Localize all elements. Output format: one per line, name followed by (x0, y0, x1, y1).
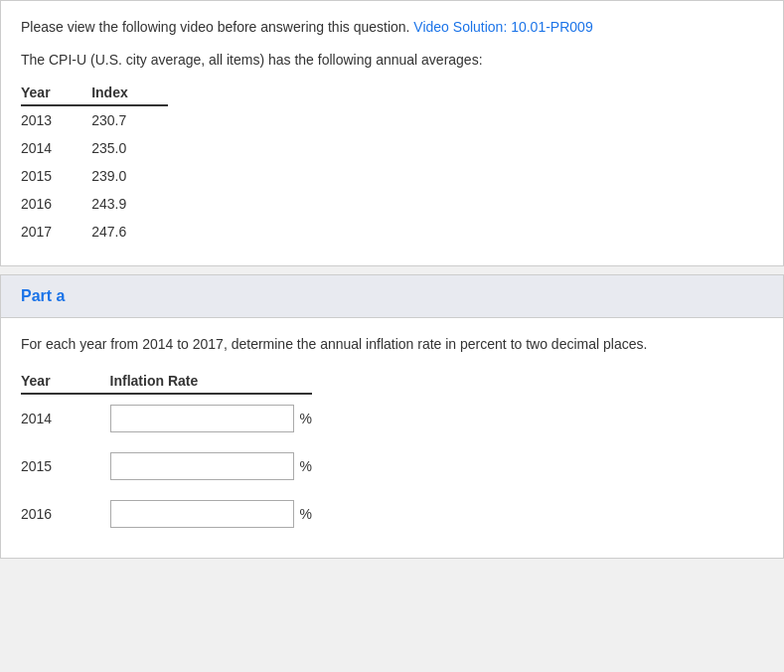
cpi-table-row: 2014235.0 (21, 134, 168, 162)
cpi-year-cell: 2015 (21, 162, 91, 190)
inflation-input-2016[interactable] (110, 500, 294, 528)
cpi-table-row: 2013230.7 (21, 105, 168, 134)
answer-table-row: 2016% (21, 490, 312, 538)
part-a-instruction: For each year from 2014 to 2017, determi… (21, 334, 763, 355)
cpi-index-cell: 243.9 (91, 190, 168, 218)
inflation-input-2014[interactable] (110, 405, 294, 432)
answer-input-cell: % (110, 442, 312, 490)
answer-year-cell: 2015 (21, 442, 110, 490)
intro-text-before: Please view the following video before a… (21, 19, 409, 35)
cpi-year-cell: 2016 (21, 190, 91, 218)
cpi-year-cell: 2017 (21, 218, 91, 246)
cpi-year-cell: 2013 (21, 105, 91, 134)
cpi-index-cell: 247.6 (91, 218, 168, 246)
cpi-index-cell: 239.0 (91, 162, 168, 190)
part-a-section: Part a For each year from 2014 to 2017, … (0, 274, 784, 559)
answer-col-year: Year (21, 371, 110, 394)
cpi-index-cell: 230.7 (91, 105, 168, 134)
cpi-table-row: 2015239.0 (21, 162, 168, 190)
cpi-year-cell: 2014 (21, 134, 91, 162)
answer-col-inflation: Inflation Rate (110, 371, 312, 394)
answer-year-cell: 2014 (21, 394, 110, 442)
percent-sign: % (300, 458, 312, 474)
part-a-header: Part a (1, 275, 783, 318)
answer-input-cell: % (110, 395, 312, 442)
top-section: Please view the following video before a… (0, 0, 784, 266)
answer-input-cell: % (110, 490, 312, 538)
percent-sign: % (300, 411, 312, 426)
answer-table-row: 2014% (21, 394, 312, 442)
video-link[interactable]: Video Solution: 10.01-PR009 (413, 19, 592, 35)
col-header-year: Year (21, 83, 91, 105)
part-a-content: For each year from 2014 to 2017, determi… (1, 318, 783, 558)
answer-table-row: 2015% (21, 442, 312, 490)
answer-table: Year Inflation Rate 2014%2015%2016% (21, 371, 312, 538)
cpi-index-cell: 235.0 (91, 134, 168, 162)
col-header-index: Index (91, 83, 168, 105)
cpi-table-row: 2016243.9 (21, 190, 168, 218)
inflation-input-2015[interactable] (110, 452, 294, 480)
intro-text: Please view the following video before a… (21, 17, 763, 38)
cpi-table-row: 2017247.6 (21, 218, 168, 246)
cpi-table: Year Index 2013230.72014235.02015239.020… (21, 83, 168, 246)
percent-sign: % (300, 506, 312, 522)
answer-year-cell: 2016 (21, 490, 110, 538)
description-text: The CPI-U (U.S. city average, all items)… (21, 50, 763, 71)
part-a-label: Part a (21, 287, 65, 304)
